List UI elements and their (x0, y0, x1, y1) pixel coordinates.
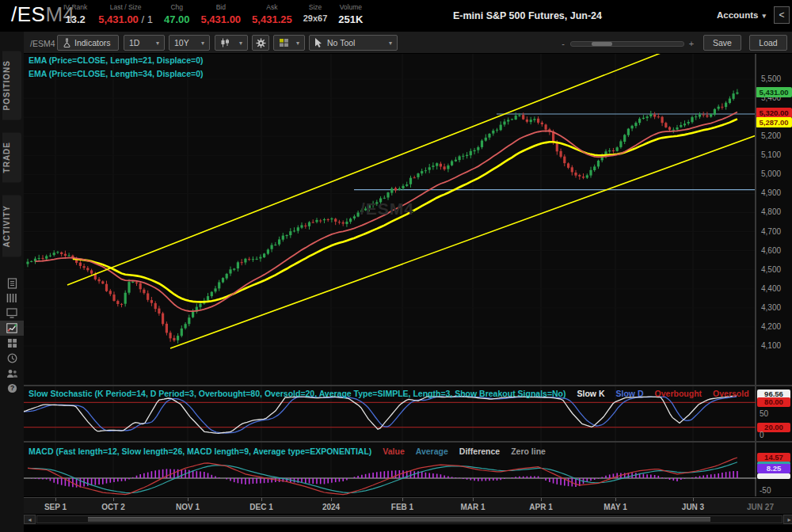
scrollbar-track[interactable] (36, 515, 782, 523)
layout-grid-dropdown[interactable]: ▾ (273, 35, 305, 51)
ema21-legend[interactable]: EMA (Price=CLOSE, Length=21, Displace=0) (29, 55, 203, 65)
indicator-axis-badge (757, 473, 790, 479)
range-dropdown[interactable]: 10Y▾ (169, 35, 210, 51)
time-label: JUN 27 (747, 503, 774, 511)
time-tick (541, 498, 542, 501)
quote-field-label: Chg (170, 3, 183, 11)
quote-field: Last / Size5,431.00 / 1 (98, 3, 153, 25)
time-tick (188, 498, 188, 501)
ema34-legend[interactable]: EMA (Price=CLOSE, Length=34, Displace=0) (29, 69, 203, 78)
zoom-slider-thumb[interactable] (592, 42, 612, 46)
time-label: FEB 1 (391, 503, 413, 511)
chart-toolbar: /ESM4 Indicators 1D▾ 10Y▾ ▾ ▾ (24, 32, 792, 54)
zoom-in-button[interactable]: + (687, 39, 695, 48)
price-badge: 5,287.00 (756, 117, 792, 127)
quote-field: Chg47.00 (164, 3, 190, 25)
quote-field-label: Ask (266, 3, 277, 11)
price-tick-label: 4,400 (761, 284, 781, 293)
candlestick-style-icon (220, 38, 230, 48)
time-tick (693, 498, 694, 501)
quote-field-label: Bid (216, 3, 226, 11)
quote-field-value: 251K (338, 13, 363, 25)
clock-icon[interactable] (0, 351, 24, 366)
legend-item: Oversold (713, 389, 749, 398)
sidebar-tab-trade[interactable]: TRADE (2, 132, 21, 182)
indicator-axis-badge: 80.00 (757, 397, 790, 407)
time-tick (402, 498, 403, 501)
sidebar-tab-positions[interactable]: POSITIONS (2, 51, 21, 120)
svg-text:?: ? (10, 384, 13, 392)
chevron-down-icon: ▾ (196, 40, 204, 47)
quote-field-label: Volume (340, 3, 362, 11)
quote-field-label: Size (309, 3, 322, 11)
price-chart[interactable] (24, 54, 756, 386)
save-button[interactable]: Save (703, 35, 741, 51)
quote-field-value: 47.00 (164, 13, 190, 25)
grid-icon[interactable] (0, 336, 24, 351)
price-tick-label: 4,100 (761, 341, 781, 350)
users-icon[interactable] (0, 366, 24, 381)
time-tick (261, 498, 262, 501)
chevron-down-icon: ▾ (384, 40, 392, 47)
price-tick-label: 5,000 (761, 169, 781, 178)
zoom-out-button[interactable]: - (559, 39, 567, 48)
chart-scrollbar: ◂ ▸ (24, 515, 792, 525)
time-label: SEP 1 (44, 503, 67, 511)
time-axis[interactable]: SEP 1OCT 2NOV 1DEC 12024FEB 1MAR 1APR 1M… (24, 497, 792, 514)
legend-item: Overbought (655, 389, 703, 398)
quote-field: Bid5,431.00 (200, 3, 241, 25)
time-label: DEC 1 (249, 503, 272, 511)
stochastic-legend: Slow Stochastic (K Period=14, D Period=3… (29, 389, 749, 398)
toolbar-symbol-label: /ESM4 (30, 39, 55, 48)
chart-icon[interactable] (0, 321, 24, 336)
layout-grid-icon (279, 38, 289, 48)
price-axis[interactable]: 5,5005,4005,3005,2005,1005,0004,9004,800… (757, 54, 792, 386)
instrument-description: E-mini S&P 500 Futures, Jun-24 (453, 10, 602, 21)
indicator-axis-label: 0 (760, 431, 764, 440)
quote-field-label: Last / Size (110, 3, 142, 11)
scroll-left-button[interactable]: ◂ (24, 515, 36, 524)
sidebar-icons: ? (0, 276, 24, 396)
stochastic-label[interactable]: Slow Stochastic (K Period=14, D Period=3… (29, 389, 566, 398)
monitor-icon[interactable] (0, 306, 24, 321)
accounts-dropdown[interactable]: Accounts▾ (717, 10, 766, 20)
chart-style-dropdown[interactable]: ▾ (215, 35, 248, 51)
quote-fields: IV Rank13.2Last / Size5,431.00 / 1Chg47.… (63, 3, 374, 25)
quote-field: Volume251K (338, 3, 363, 25)
sidebar-tab-activity[interactable]: ACTIVITY (2, 196, 21, 257)
quote-field-label: IV Rank (63, 3, 87, 11)
legend-item: Zero line (511, 446, 546, 456)
quote-header: /ESM4 IV Rank13.2Last / Size5,431.00 / 1… (0, 0, 792, 32)
time-label: APR 1 (529, 503, 552, 511)
columns-icon[interactable] (0, 291, 24, 306)
price-tick-label: 5,100 (761, 150, 781, 159)
price-tick-label: 4,300 (761, 303, 781, 312)
chart-settings-button[interactable] (252, 35, 269, 51)
legend-item: Difference (459, 446, 500, 456)
drawing-tool-dropdown[interactable]: No Tool▾ (309, 35, 398, 51)
indicators-button[interactable]: Indicators (57, 35, 119, 51)
price-tick-label: 4,200 (761, 322, 781, 331)
scroll-right-button[interactable]: ▸ (783, 515, 792, 524)
gear-icon (256, 38, 266, 48)
load-button[interactable]: Load (749, 35, 787, 51)
quote-field-value: 13.2 (65, 13, 85, 25)
time-tick (615, 498, 616, 501)
price-tick-label: 5,200 (761, 131, 781, 140)
scrollbar-thumb[interactable] (88, 517, 710, 522)
macd-label[interactable]: MACD (Fast length=12, Slow length=26, MA… (29, 446, 371, 456)
chevron-down-icon: ▾ (291, 40, 299, 47)
price-tick-label: 4,500 (761, 265, 781, 274)
collapse-panel-button[interactable]: < (774, 6, 790, 24)
timeframe-dropdown[interactable]: 1D▾ (124, 35, 165, 51)
time-tick (473, 498, 474, 501)
time-tick (113, 498, 114, 501)
time-label: JUN 3 (682, 503, 704, 511)
zoom-slider-track[interactable] (570, 41, 684, 47)
zoom-slider: - + (559, 39, 695, 48)
help-icon[interactable]: ? (0, 381, 24, 396)
legend-item: Slow K (577, 389, 605, 398)
document-icon[interactable] (0, 276, 24, 291)
studies-legend: EMA (Price=CLOSE, Length=21, Displace=0)… (29, 55, 203, 82)
flask-icon (63, 38, 71, 48)
